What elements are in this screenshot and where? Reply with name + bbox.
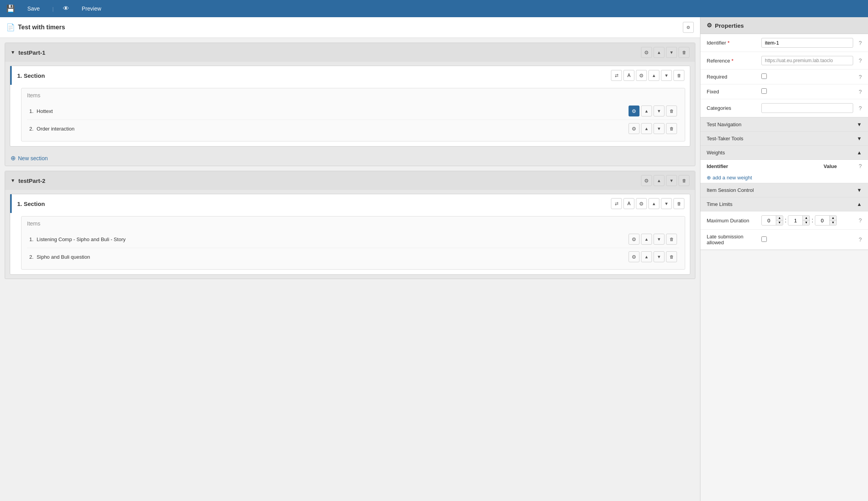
late-submission-help-icon[interactable]: ?	[859, 236, 862, 243]
weights-help-icon[interactable]: ?	[859, 163, 862, 169]
gear-icon: ⚙	[707, 22, 712, 29]
test-part-1-down-button[interactable]: ▼	[666, 47, 677, 58]
reference-help-icon[interactable]: ?	[859, 57, 862, 64]
item-part2-1-number: 1.	[29, 236, 34, 242]
item-row-1-left: 1. Hottext	[29, 108, 53, 114]
test-taker-tools-header[interactable]: Test-Taker Tools ▼	[700, 132, 868, 146]
late-submission-value	[761, 236, 853, 243]
required-checkbox[interactable]	[761, 73, 767, 79]
time-hours-up[interactable]: ▲	[776, 216, 783, 220]
identifier-label: Identifier *	[707, 40, 757, 46]
max-duration-value: ▲ ▼ : ▲ ▼ :	[761, 215, 853, 225]
categories-input[interactable]	[761, 103, 853, 113]
section-1-part-1-gear-button[interactable]: ⚙	[636, 70, 647, 81]
section-1-part-2-text-button[interactable]: A	[623, 198, 634, 209]
section-1-part-2-gear-button[interactable]: ⚙	[636, 198, 647, 209]
categories-value	[761, 103, 853, 113]
document-icon: 📄	[6, 23, 15, 32]
time-limits-header[interactable]: Time Limits ▲	[700, 197, 868, 211]
identifier-input[interactable]	[761, 38, 853, 48]
test-part-2: ▼ testPart-2 ⚙ ▲ ▼ 🗑 1. Section	[5, 171, 695, 279]
test-part-2-up-button[interactable]: ▲	[654, 175, 664, 186]
item-part2-1-gear-button[interactable]: ⚙	[629, 234, 639, 245]
add-weight-link[interactable]: ⊕ add a new weight	[700, 172, 868, 183]
fixed-row: Fixed ?	[700, 84, 868, 99]
fixed-value	[761, 88, 853, 95]
title-settings-button[interactable]: ⚙	[683, 22, 694, 33]
item-2-gear-button[interactable]: ⚙	[629, 123, 639, 134]
test-part-1-title: ▼ testPart-1	[11, 49, 45, 56]
time-seconds-up[interactable]: ▲	[829, 216, 836, 220]
section-1-part-2-header: 1. Section ⇄ A ⚙ ▲ ▼ 🗑	[10, 194, 690, 213]
time-seconds-input[interactable]	[815, 217, 829, 225]
section-1-part-2-down-button[interactable]: ▼	[661, 198, 672, 209]
time-hours-down[interactable]: ▼	[776, 220, 783, 225]
test-navigation-chevron: ▼	[857, 122, 862, 127]
item-1-gear-button[interactable]: ⚙	[629, 106, 639, 116]
required-help-icon[interactable]: ?	[859, 74, 862, 80]
item-session-control-header[interactable]: Item Session Control ▼	[700, 183, 868, 197]
item-2-delete-button[interactable]: 🗑	[666, 123, 677, 134]
time-minutes-down[interactable]: ▼	[802, 220, 809, 225]
item-part2-1-up-button[interactable]: ▲	[641, 234, 652, 245]
section-1-part-1-shuffle-button[interactable]: ⇄	[611, 70, 622, 81]
item-row-part2-1: 1. Listening Comp - Sipho and Buli - Sto…	[27, 231, 679, 248]
weights-chevron: ▲	[857, 150, 862, 156]
section-1-part-1-down-button[interactable]: ▼	[661, 70, 672, 81]
time-sep-2: :	[811, 217, 813, 224]
time-seconds-down[interactable]: ▼	[829, 220, 836, 225]
save-button[interactable]: Save	[24, 4, 43, 13]
time-minutes-up[interactable]: ▲	[802, 216, 809, 220]
item-part2-2-up-button[interactable]: ▲	[641, 251, 652, 262]
test-part-2-down-button[interactable]: ▼	[666, 175, 677, 186]
item-row-1-controls: ⚙ ▲ ▼ 🗑	[629, 106, 677, 116]
test-part-1-gear-button[interactable]: ⚙	[641, 47, 652, 58]
identifier-value	[761, 38, 853, 48]
item-part2-2-down-button[interactable]: ▼	[654, 251, 664, 262]
reference-value	[761, 56, 853, 65]
item-part2-2-gear-button[interactable]: ⚙	[629, 251, 639, 262]
section-1-part-2-delete-button[interactable]: 🗑	[673, 198, 684, 209]
section-1-part-1-text-button[interactable]: A	[623, 70, 634, 81]
test-part-1-delete-button[interactable]: 🗑	[679, 47, 689, 58]
properties-header: ⚙ Properties	[700, 17, 868, 34]
item-part2-2-delete-button[interactable]: 🗑	[666, 251, 677, 262]
test-part-1-up-button[interactable]: ▲	[654, 47, 664, 58]
identifier-help-icon[interactable]: ?	[859, 40, 862, 46]
items-label-1: Items	[27, 92, 679, 98]
item-row-part2-2: 2. Sipho and Buli question ⚙ ▲ ▼ 🗑	[27, 248, 679, 265]
section-1-part-1-delete-button[interactable]: 🗑	[673, 70, 684, 81]
preview-button[interactable]: Preview	[79, 4, 104, 13]
categories-help-icon[interactable]: ?	[859, 105, 862, 111]
time-hours-spinners: ▲ ▼	[776, 216, 783, 225]
section-1-part-1-up-button[interactable]: ▲	[648, 70, 659, 81]
fixed-checkbox[interactable]	[761, 88, 767, 94]
new-section-link-1[interactable]: ⊕ New section	[5, 150, 695, 166]
section-1-part-2-up-button[interactable]: ▲	[648, 198, 659, 209]
max-duration-row: Maximum Duration ▲ ▼ :	[700, 211, 868, 230]
max-duration-help-icon[interactable]: ?	[859, 217, 862, 224]
content-area: ▼ testPart-1 ⚙ ▲ ▼ 🗑 1. Section	[0, 38, 700, 501]
weights-header[interactable]: Weights ▲	[700, 146, 868, 160]
time-hours-input[interactable]	[762, 217, 776, 225]
test-part-2-gear-button[interactable]: ⚙	[641, 175, 652, 186]
fixed-help-icon[interactable]: ?	[859, 89, 862, 95]
late-submission-checkbox[interactable]	[761, 236, 767, 242]
item-2-up-button[interactable]: ▲	[641, 123, 652, 134]
item-part2-1-delete-button[interactable]: 🗑	[666, 234, 677, 245]
item-part2-1-down-button[interactable]: ▼	[654, 234, 664, 245]
collapse-icon-2[interactable]: ▼	[11, 178, 15, 183]
time-minutes-input[interactable]	[788, 217, 802, 225]
item-1-up-button[interactable]: ▲	[641, 106, 652, 116]
test-part-2-controls: ⚙ ▲ ▼ 🗑	[641, 175, 689, 186]
collapse-icon-1[interactable]: ▼	[11, 50, 15, 55]
divider: |	[52, 6, 54, 12]
test-part-2-delete-button[interactable]: 🗑	[679, 175, 689, 186]
item-1-delete-button[interactable]: 🗑	[666, 106, 677, 116]
test-part-1-controls: ⚙ ▲ ▼ 🗑	[641, 47, 689, 58]
item-1-down-button[interactable]: ▼	[654, 106, 664, 116]
test-navigation-header[interactable]: Test Navigation ▼	[700, 118, 868, 132]
item-2-down-button[interactable]: ▼	[654, 123, 664, 134]
reference-input[interactable]	[761, 56, 853, 65]
section-1-part-2-shuffle-button[interactable]: ⇄	[611, 198, 622, 209]
